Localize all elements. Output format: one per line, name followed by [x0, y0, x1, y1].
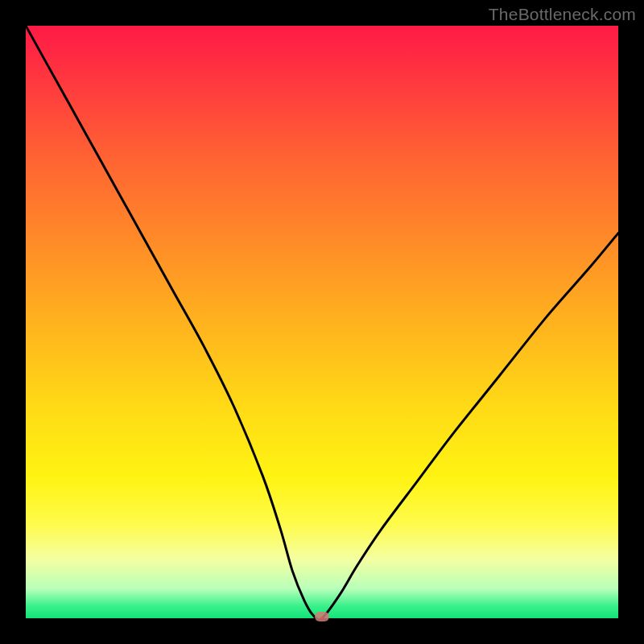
chart-plot-area — [26, 26, 618, 618]
watermark-text: TheBottleneck.com — [489, 5, 636, 24]
chart-frame: TheBottleneck.com — [0, 0, 644, 644]
